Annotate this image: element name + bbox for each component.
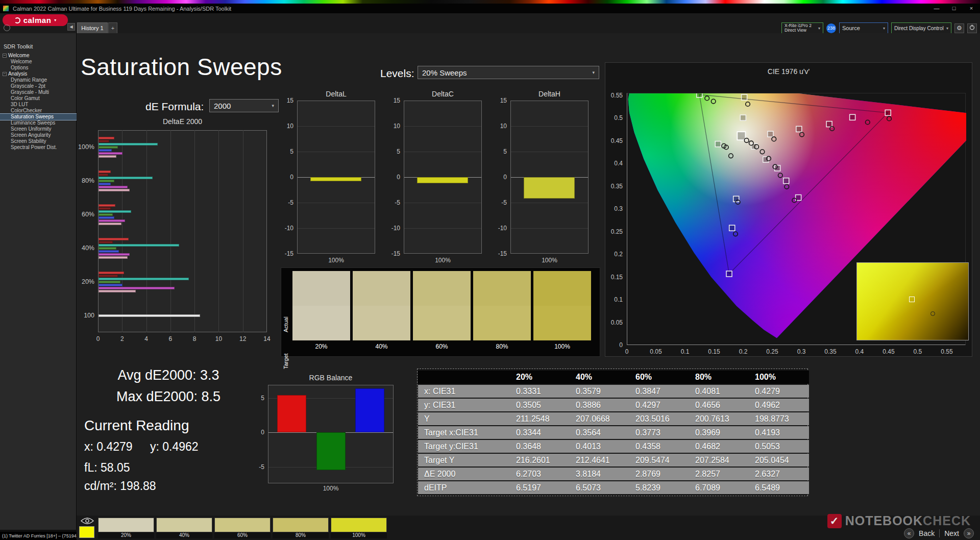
source-selector[interactable]: Source ▾ <box>839 22 888 34</box>
sidebar-item-luminance-sweeps[interactable]: Luminance Sweeps <box>0 120 77 126</box>
table-cell: 6.7089 <box>689 481 749 494</box>
sidebar-item-welcome[interactable]: Welcome <box>0 59 77 65</box>
table-cell: 6.2703 <box>510 468 570 480</box>
sidebar-item-label: ColorChecker <box>11 108 42 114</box>
sidebar-item-label: Color Gamut <box>11 95 40 102</box>
titlebar: Calman 2022 Calman Ultimate for Business… <box>0 4 980 13</box>
table-cell: 0.3505 <box>510 399 570 411</box>
sidebar-item-label: 3D LUT <box>11 102 28 108</box>
sidebar-item-label: Analysis <box>8 71 27 77</box>
table-cell: 203.5016 <box>629 412 689 425</box>
close-button[interactable]: × <box>963 4 980 13</box>
tree-expander-icon[interactable]: − <box>3 54 7 58</box>
swatch-label: 40% <box>353 340 410 353</box>
sidebar-item-welcome[interactable]: −Welcome <box>0 53 77 59</box>
deltah-xlabel: 100% <box>510 257 589 264</box>
maximize-button[interactable]: □ <box>945 4 963 13</box>
footer-swatch-100[interactable]: 100% <box>331 518 387 538</box>
table-cell: 0.4656 <box>689 399 749 411</box>
footer-swatch-label: 40% <box>156 532 212 538</box>
taskbar-item[interactable]: (1) Twitter AD Furries [18+] – (75194) <box>0 532 77 540</box>
swatch-actual <box>533 271 591 306</box>
display-control-label: Direct Display Control <box>894 26 944 31</box>
back-button[interactable]: Back <box>919 529 935 537</box>
footer-swatch-60[interactable]: 60% <box>214 518 271 538</box>
table-cell: 2.6327 <box>749 468 809 480</box>
table-row-label: Target Y <box>418 454 510 467</box>
calman-menu-button[interactable]: calman ▾ <box>3 14 68 26</box>
table-row-label: Y <box>418 412 510 425</box>
footer-swatch-color <box>98 518 154 532</box>
sidebar-collapse-button[interactable]: ◀ <box>67 23 75 31</box>
inset-target-marker <box>909 297 915 302</box>
sidebar-item-grayscale-2pt[interactable]: Grayscale - 2pt <box>0 83 77 89</box>
power-button[interactable] <box>967 23 977 33</box>
sidebar-item-colorchecker[interactable]: ColorChecker <box>0 108 77 114</box>
sidebar-item-spectral-power-dist[interactable]: Spectral Power Dist. <box>0 144 77 151</box>
sidebar-item-grayscale-multi[interactable]: Grayscale - Multi <box>0 89 77 95</box>
tab-history-1[interactable]: History 1 <box>77 22 108 33</box>
table-cell: 212.4641 <box>570 454 629 467</box>
color-test-strip <box>0 0 980 4</box>
back-arrow-icon[interactable]: « <box>904 528 914 538</box>
reading-fl: fL: 58.05 <box>84 461 130 475</box>
add-tab-button[interactable]: + <box>108 22 117 33</box>
swatch-60: 60% <box>413 271 471 353</box>
table-cell: 5.8239 <box>629 481 689 494</box>
table-cell: 207.2584 <box>689 454 749 467</box>
sidebar-item-label: Options <box>11 65 28 71</box>
sidebar-item-label: Grayscale - Multi <box>11 89 49 95</box>
swatch-actual <box>292 271 350 306</box>
footer-swatch-40[interactable]: 40% <box>156 518 212 538</box>
sidebar-item-screen-angularity[interactable]: Screen Angularity <box>0 132 77 138</box>
sidebar-item-color-gamut[interactable]: Color Gamut <box>0 95 77 102</box>
footer-swatch-label: 100% <box>331 532 387 538</box>
sidebar-item-screen-uniformity[interactable]: Screen Uniformity <box>0 126 77 132</box>
chevron-down-icon: ▾ <box>592 70 595 75</box>
table-cell: 200.7613 <box>689 412 749 425</box>
current-patch-swatch <box>79 526 94 538</box>
next-arrow-icon[interactable]: » <box>964 528 974 538</box>
next-button[interactable]: Next <box>944 529 959 537</box>
sidebar-item-screen-stability[interactable]: Screen Stability <box>0 138 77 144</box>
display-control-selector[interactable]: Direct Display Control ▾ <box>891 22 951 34</box>
footer-swatch-20[interactable]: 20% <box>98 518 154 538</box>
table-cell: 216.2601 <box>510 454 570 467</box>
table-row-label: x: CIE31 <box>418 385 510 398</box>
sidebar-item-saturation-sweeps[interactable]: Saturation Sweeps <box>0 114 77 120</box>
measurement-table: 20%40%60%80%100%x: CIE310.33310.35790.38… <box>417 369 808 496</box>
table-row-label: Target x:CIE31 <box>418 426 510 439</box>
de-formula-select[interactable]: 2000 ▾ <box>209 99 279 112</box>
table-cell: 205.0454 <box>749 454 809 467</box>
table-row: dEITP6.51976.50735.82396.70896.5489 <box>418 481 809 494</box>
preview-eye-icon[interactable] <box>81 517 94 527</box>
deltae-chart <box>98 130 267 332</box>
chevron-down-icon: ▾ <box>946 26 948 31</box>
sidebar-item-options[interactable]: Options <box>0 65 77 71</box>
table-cell: 211.2548 <box>510 412 570 425</box>
footer-swatch-80[interactable]: 80% <box>273 518 329 538</box>
notebookcheck-logo-text: NOTEBOOKCHECK <box>845 513 971 528</box>
table-cell: 2.8769 <box>629 468 689 480</box>
minimize-button[interactable]: — <box>928 4 945 13</box>
footer-swatch-color <box>214 518 271 532</box>
swatch-actual <box>413 271 471 306</box>
notebookcheck-logo-icon: ✓ <box>827 514 842 528</box>
deltal-xlabel: 100% <box>297 257 375 264</box>
sidebar-item-3d-lut[interactable]: 3D LUT <box>0 102 77 108</box>
sidebar-menu-button[interactable] <box>4 24 10 31</box>
table-column-header: 100% <box>749 371 809 384</box>
meter-selector[interactable]: X-Rite i1Pro 2 Direct View ▾ <box>781 22 823 34</box>
levels-select[interactable]: 20% Sweeps ▾ <box>418 66 599 79</box>
sidebar-item-label: Welcome <box>11 59 32 65</box>
app-icon <box>3 6 9 11</box>
settings-gear-button[interactable]: ⚙ <box>954 23 964 33</box>
deltah-chart-title: DeltaH <box>510 90 589 98</box>
sidebar-item-dynamic-range[interactable]: Dynamic Range <box>0 77 77 83</box>
sidebar-item-analysis[interactable]: −Analysis <box>0 71 77 77</box>
navigation-tree: −WelcomeWelcomeOptions−AnalysisDynamic R… <box>0 53 77 151</box>
swatch-label: 100% <box>533 340 591 353</box>
table-cell: 0.4279 <box>749 385 809 398</box>
table-cell: 2.8257 <box>689 468 749 480</box>
tree-expander-icon[interactable]: − <box>3 72 7 76</box>
